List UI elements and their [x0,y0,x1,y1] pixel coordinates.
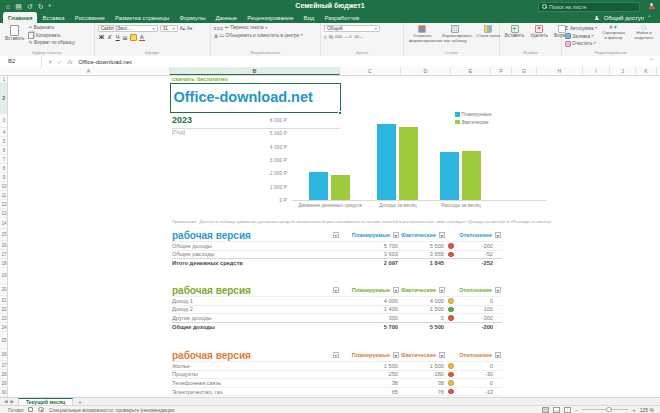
paste-button[interactable]: Вставить [3,25,26,42]
tab-home[interactable]: Главная [3,12,37,23]
account-icon[interactable] [648,2,656,10]
chart-bar-fact[interactable] [462,151,481,200]
row-header-14[interactable]: 14 [0,218,8,229]
selected-cell-b2[interactable]: Office-download.net [170,83,341,113]
delete-cells-button[interactable]: Удалить [528,25,550,39]
cut-button[interactable]: ✂Вырезать [28,25,75,30]
percent-icon[interactable]: % [329,34,333,40]
font-name-select[interactable]: Calibri (Заго...▾ [98,25,158,32]
row-header-5[interactable]: 5 [0,137,8,146]
table-row[interactable]: Телефонная связь38380 [172,378,502,387]
row-header-24[interactable]: 24 [0,323,8,332]
filter-button[interactable]: ▾ [333,232,340,239]
budget-bar-chart[interactable]: 6 000 Р5 000 Р4 000 Р3 000 Р2 000 Р1 000… [255,112,551,214]
grow-font-button[interactable]: A▴ [180,26,185,31]
page-layout-view-icon[interactable] [553,407,560,413]
zoom-slider-thumb[interactable] [606,407,612,413]
chart-bar-plan[interactable] [440,152,459,200]
align-icons[interactable]: ≡ ≡ ≡ [214,25,223,31]
col-header-H[interactable]: H [537,67,583,75]
row-header-27[interactable]: 27 [0,361,8,370]
sheet-tab-active[interactable]: Текущий месяц [18,398,73,405]
indent-icons[interactable]: ≣ [214,33,218,39]
macro-record-icon[interactable] [28,407,33,412]
table-row[interactable]: Общие доходы5 7005 500-200 [172,322,502,331]
filter-button[interactable]: ▾ [495,232,502,239]
chart-bar-plan[interactable] [377,124,396,200]
filter-button[interactable]: ▾ [393,352,400,359]
fill-color-icon[interactable] [130,34,137,41]
col-header-E[interactable]: E [451,67,491,75]
merge-center-button[interactable]: ▭Объединить и поместить в центре▾ [219,33,302,39]
year-label[interactable]: 2023 [172,115,192,125]
prev-sheet-icon[interactable]: ◀ [4,399,7,404]
format-painter-button[interactable]: ✎Формат по образцу [28,40,75,45]
filter-button[interactable]: ▾ [393,232,400,239]
search-input[interactable]: Поиск на листе [538,2,640,13]
row-header-1[interactable]: 1 [0,76,8,83]
table-row[interactable]: Жилье1 5001 5000 [172,361,502,370]
italic-button[interactable]: К [107,34,113,40]
insert-function-icon[interactable]: fx [67,59,72,65]
sheet-canvas[interactable]: скачать бесплатно Office-download.net 20… [8,76,660,397]
row-header-17[interactable]: 17 [0,250,8,259]
row-header-15[interactable]: 15 [0,229,8,241]
cancel-entry-icon[interactable]: ✕ [48,59,53,65]
currency-icon[interactable]: ¤ [324,34,327,40]
font-color-button[interactable]: А [139,34,145,41]
row-header-10[interactable]: 10 [0,182,8,191]
wrap-text-button[interactable]: ↩Перенос текста▾ [225,25,267,31]
comma-icon[interactable]: 000 [335,34,342,39]
row-header-20[interactable]: 20 [0,284,8,296]
table-row[interactable]: Доход 14 0004 0000 [172,296,502,305]
filter-button[interactable]: ▾ [393,287,400,294]
filter-button[interactable]: ▾ [439,232,446,239]
accessibility-text[interactable]: Специальные возможности: проверьте реком… [49,407,174,413]
row-header-6[interactable]: 6 [0,146,8,155]
autosum-button[interactable]: ΣАвтосумма▾ [565,25,597,32]
table-row[interactable]: Общие расходы3 6033 655-52 [172,250,502,259]
formula-value[interactable]: Office-download.net [78,59,131,65]
col-header-B[interactable]: B [170,67,340,75]
row-header-25[interactable]: 25 [0,332,8,349]
bold-button[interactable]: Ж [98,34,105,40]
row-header-19[interactable]: 19 [0,268,8,284]
format-as-table-button[interactable]: Форматировать как таблицу [440,25,471,43]
tab-rt8[interactable]: Разработчик [319,12,364,23]
row-header-18[interactable]: 18 [0,259,8,268]
increase-decimal-icon[interactable]: ←.0 [344,34,351,39]
collapse-ribbon-icon[interactable]: ⌃ [647,14,652,21]
table-row[interactable]: Общие доходы5 7005 500-200 [172,241,502,250]
zoom-level[interactable]: 125 % [640,407,654,413]
tab-rt1[interactable]: Вставка [37,12,69,23]
zoom-slider[interactable] [582,409,628,411]
col-header-D[interactable]: D [401,67,451,75]
row-header-23[interactable]: 23 [0,314,8,323]
find-select-button[interactable]: Найти и выделить [630,25,658,40]
filter-button[interactable]: ▾ [495,287,502,294]
chart-bar-fact[interactable] [399,127,418,200]
sort-filter-button[interactable]: А▼ Сортировка и фильтр [599,25,628,40]
row-header-7[interactable]: 7 [0,155,8,164]
col-header-C[interactable]: C [340,67,401,75]
row-header-13[interactable]: 13 [0,209,8,218]
chart-bar-plan[interactable] [309,172,328,200]
table-row[interactable]: Другие доходы3000-300 [172,313,502,322]
tab-rt4[interactable]: Формулы [174,12,210,23]
row-header-2[interactable]: 2 [0,83,8,114]
table-row[interactable]: Итого денежных средств2 0971 845-252 [172,258,502,267]
row-header-29[interactable]: 29 [0,379,8,388]
table-row[interactable]: Электричество, газ6578-13 [172,387,502,396]
clear-button[interactable]: Очистить▾ [565,41,597,47]
year-placeholder[interactable]: [Год] [172,129,185,135]
copy-button[interactable]: Копировать [28,32,75,39]
confirm-entry-icon[interactable]: ✓ [58,59,63,65]
tab-rt6[interactable]: Рецензирование [242,12,298,23]
col-header-K[interactable]: K [636,67,657,75]
col-header-I[interactable]: I [583,67,610,75]
share-button[interactable]: Общий доступ ⌃ [593,12,652,23]
add-sheet-icon[interactable]: + [73,399,87,405]
filter-button[interactable]: ▾ [495,352,502,359]
underline-button[interactable]: Ч [115,34,121,40]
fill-button[interactable]: Заливка▾ [565,33,597,39]
